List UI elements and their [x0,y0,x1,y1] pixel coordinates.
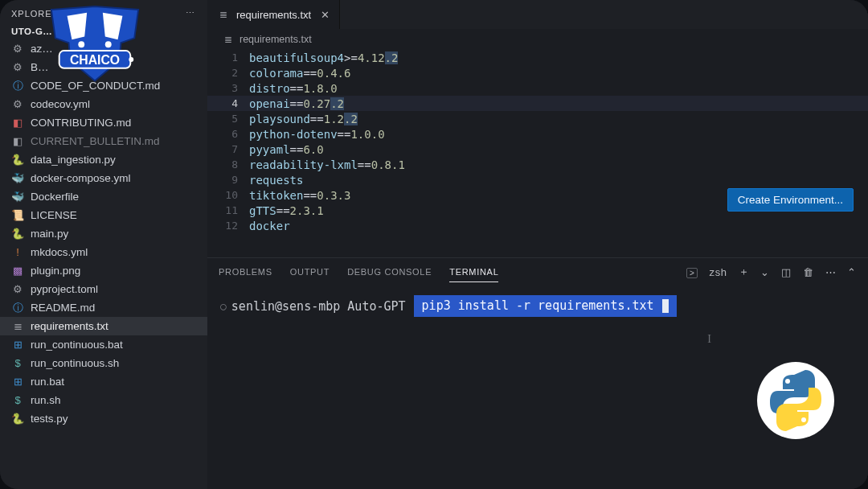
terminal-launch-icon[interactable]: > [686,266,698,278]
code-line[interactable]: 2colorama==0.4.6 [207,65,868,80]
gear-icon: ⚙ [11,283,24,295]
file-item[interactable]: !mkdocs.yml [0,243,207,261]
panel-actions: > zsh ＋ ⌄ ◫ 🗑 ⋯ ⌃ [686,265,857,279]
code-text: tiktoken==0.3.3 [249,189,350,202]
file-item[interactable]: 🐳Dockerfile [0,187,207,206]
list-icon: ≣ [11,320,24,332]
terminal[interactable]: ○ senlin@sens-mbp Auto-GPT pip3 install … [207,286,868,489]
trash-icon[interactable]: 🗑 [803,266,814,278]
tab-terminal[interactable]: TERMINAL [449,262,498,282]
breadcrumb-label: requirements.txt [240,34,312,45]
root-folder[interactable]: UTO-G… [0,23,207,39]
file-item[interactable]: ≣requirements.txt [0,317,207,335]
line-number: 3 [222,82,249,94]
file-label: main.py [31,228,68,240]
file-item[interactable]: ⚙az… [0,39,207,58]
file-label: run.bat [31,376,64,388]
file-item[interactable]: ◧CURRENT_BULLETIN.md [0,132,207,150]
shell-name[interactable]: zsh [709,266,727,278]
code-text: beautifulsoup4>=4.12.2 [249,51,398,64]
file-item[interactable]: ⚙pyproject.toml [0,280,207,298]
file-item[interactable]: ◧CONTRIBUTING.md [0,113,207,132]
doc-icon: ◧ [11,117,24,129]
terminal-command: pip3 install -r requirements.txt [414,295,677,317]
code-line[interactable]: 7pyyaml==6.0 [207,142,868,157]
file-item[interactable]: ⓘREADME.md [0,298,207,317]
editor-region: ≣ requirements.txt ✕ ≣ requirements.txt … [207,0,868,489]
tab-output[interactable]: OUTPUT [290,262,330,281]
tab-bar: ≣ requirements.txt ✕ [207,0,868,29]
chevron-up-icon[interactable]: ⌃ [847,266,857,278]
code-line[interactable]: 9requests [207,172,868,187]
code-text: requests [249,174,303,187]
file-item[interactable]: ⊞run_continuous.bat [0,335,207,354]
tab-requirements[interactable]: ≣ requirements.txt ✕ [207,0,340,29]
py-icon: 🐍 [11,154,24,166]
file-label: tests.py [31,413,68,425]
create-environment-button[interactable]: Create Environment... [727,188,854,212]
panel-tab-strip: PROBLEMS OUTPUT DEBUG CONSOLE TERMINAL >… [207,258,868,286]
file-label: Dockerfile [31,191,79,203]
file-label: run_continuous.bat [31,339,123,351]
code-line[interactable]: 3distro==1.8.0 [207,80,868,96]
code-text: docker [249,220,290,232]
prompt-icon: ○ [220,300,227,312]
file-label: mkdocs.yml [31,246,88,258]
line-number: 8 [222,158,249,171]
code-text: pyyaml==6.0 [249,143,324,156]
tab-debug-console[interactable]: DEBUG CONSOLE [347,262,432,281]
code-line[interactable]: 8readability-lxml==0.8.1 [207,157,868,172]
code-line[interactable]: 1beautifulsoup4>=4.12.2 [207,50,868,65]
tab-label: requirements.txt [236,9,311,21]
ibeam-cursor-icon: I [707,333,711,346]
more-icon[interactable]: ⋯ [186,8,196,18]
file-label: CONTRIBUTING.md [31,117,131,129]
file-label: requirements.txt [31,320,108,332]
file-item[interactable]: 🐳docker-compose.yml [0,169,207,187]
breadcrumb[interactable]: ≣ requirements.txt [207,29,868,50]
code-line[interactable]: 5playsound==1.2.2 [207,111,868,126]
file-tree: ⚙az…⚙B…ⓘCODE_OF_CONDUCT.md⚙codecov.yml◧C… [0,39,207,489]
vscode-window: XPLORER ⋯ UTO-G… ⚙az…⚙B…ⓘCODE_OF_CONDUCT… [0,0,868,489]
docker-icon: 🐳 [11,191,24,203]
line-number: 11 [222,204,249,216]
cert-icon: 📜 [11,209,24,221]
code-line[interactable]: 4openai==0.27.2 [207,96,868,111]
gear-icon: ⚙ [11,43,24,55]
code-text: gTTS==2.3.1 [249,204,324,217]
tab-problems[interactable]: PROBLEMS [219,262,272,281]
file-item[interactable]: ▩plugin.png [0,261,207,280]
file-item[interactable]: 🐍data_ingestion.py [0,150,207,169]
win-icon: ⊞ [11,376,24,388]
file-item[interactable]: 🐍tests.py [0,409,207,428]
file-item[interactable]: 🐍main.py [0,224,207,243]
file-item[interactable]: ⊞run.bat [0,372,207,391]
close-icon[interactable]: ✕ [321,9,330,21]
code-line[interactable]: 12docker [207,218,868,233]
code-editor[interactable]: 1beautifulsoup4>=4.12.22colorama==0.4.63… [207,50,868,257]
new-terminal-icon[interactable]: ＋ [739,265,750,279]
sh-icon: $ [11,357,24,369]
img-icon: ▩ [11,265,24,277]
more-icon[interactable]: ⋯ [825,266,837,278]
file-item[interactable]: 📜LICENSE [0,206,207,224]
code-text: readability-lxml==0.8.1 [249,158,405,171]
list-icon: ≣ [222,34,235,45]
code-line[interactable]: 6python-dotenv==1.0.0 [207,126,868,142]
code-text: distro==1.8.0 [249,82,338,95]
line-number: 12 [222,220,249,232]
doc-icon: ◧ [11,135,24,147]
file-item[interactable]: ⓘCODE_OF_CONDUCT.md [0,76,207,95]
file-label: data_ingestion.py [31,154,116,166]
split-terminal-icon[interactable]: ◫ [781,266,792,278]
file-item[interactable]: ⚙codecov.yml [0,95,207,113]
line-number: 4 [222,97,249,109]
file-item[interactable]: $run.sh [0,391,207,409]
prompt-text: senlin@sens-mbp Auto-GPT [231,299,406,314]
file-label: az… [31,43,53,55]
file-item[interactable]: ⚙B… [0,58,207,76]
file-item[interactable]: $run_continuous.sh [0,354,207,372]
yml-icon: ! [11,246,24,258]
chevron-down-icon[interactable]: ⌄ [760,266,770,278]
py-icon: 🐍 [11,413,24,425]
